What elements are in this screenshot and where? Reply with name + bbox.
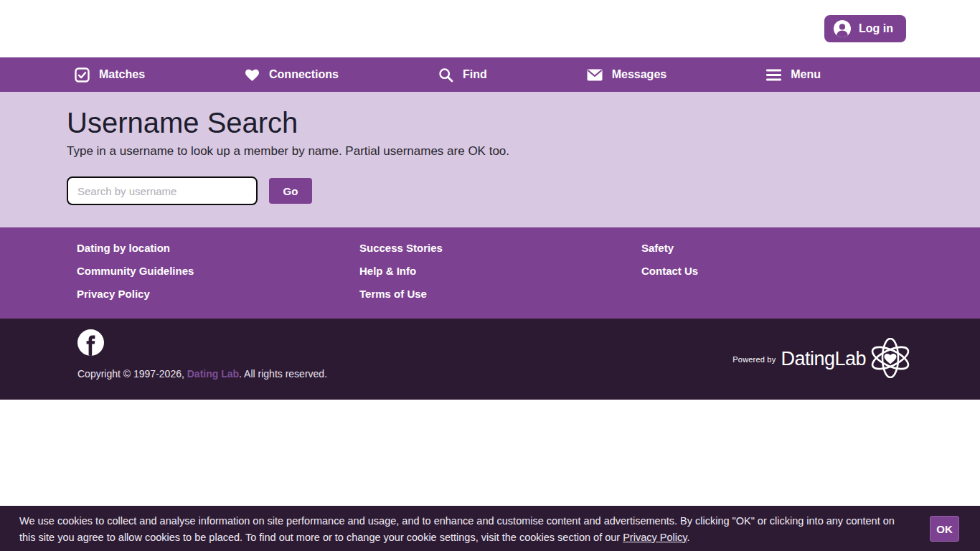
cookie-privacy-policy-link[interactable]: Privacy Policy [623,532,687,543]
nav-item-label: Messages [612,68,667,81]
powered-by-datinglab: Powered by DatingLab [732,338,913,381]
go-button[interactable]: Go [269,178,312,204]
footer-link-success-stories[interactable]: Success Stories [359,237,443,260]
envelope-icon [587,69,603,81]
login-button-label: Log in [859,22,893,35]
copyright-suffix: . All rights reserved. [239,368,327,380]
top-header: Log in [0,0,980,57]
site-footer: Copyright © 1997-2026, Dating Lab. All r… [0,319,980,400]
cookie-banner: We use cookies to collect and analyse in… [0,506,980,551]
footer-link-safety[interactable]: Safety [641,237,674,260]
username-search-input[interactable] [67,176,258,205]
nav-item-connections[interactable]: Connections [245,68,339,82]
person-circle-icon [833,19,852,38]
footer-link-community-guidelines[interactable]: Community Guidelines [77,260,194,283]
footer-links-column-2: Success Stories Help & Info Terms of Use [359,237,641,306]
search-row: Go [67,176,980,205]
cookie-text-after: . [687,532,689,543]
main-nav: Matches Connections Find Messages [0,57,980,92]
username-search-section: Username Search Type in a username to lo… [0,92,980,227]
nav-item-label: Find [463,68,487,81]
copyright-prefix: Copyright © 1997-2026, [77,368,187,380]
heart-icon [245,68,260,82]
page-subtitle: Type in a username to look up a member b… [67,144,980,159]
nav-item-messages[interactable]: Messages [587,68,667,81]
facebook-icon[interactable] [77,329,104,359]
footer-links-column-3: Safety Contact Us [641,237,980,306]
login-button[interactable]: Log in [824,15,906,42]
datinglab-atom-heart-icon [868,338,913,381]
footer-link-privacy-policy[interactable]: Privacy Policy [77,283,150,306]
footer-links-column-1: Dating by location Community Guidelines … [77,237,359,306]
hamburger-icon [766,69,781,81]
footer-link-terms-of-use[interactable]: Terms of Use [359,283,427,306]
footer-link-contact-us[interactable]: Contact Us [641,260,698,283]
nav-item-find[interactable]: Find [438,67,487,83]
checkbox-check-icon [75,67,90,83]
cookie-text-before: We use cookies to collect and analyse in… [19,515,895,543]
cookie-ok-button[interactable]: OK [930,516,959,542]
page-title: Username Search [67,107,980,139]
footer-link-help-info[interactable]: Help & Info [359,260,416,283]
cookie-banner-text: We use cookies to collect and analyse in… [19,513,905,545]
nav-item-matches[interactable]: Matches [75,67,145,83]
dating-lab-link[interactable]: Dating Lab [187,368,239,380]
footer-links: Dating by location Community Guidelines … [0,227,980,319]
nav-item-label: Connections [269,68,339,81]
search-icon [438,67,453,83]
datinglab-brand-text: DatingLab [781,348,866,370]
nav-item-menu[interactable]: Menu [766,68,821,81]
powered-by-label: Powered by [732,355,776,364]
nav-item-label: Menu [791,68,821,81]
footer-link-dating-by-location[interactable]: Dating by location [77,237,170,260]
nav-item-label: Matches [99,68,145,81]
